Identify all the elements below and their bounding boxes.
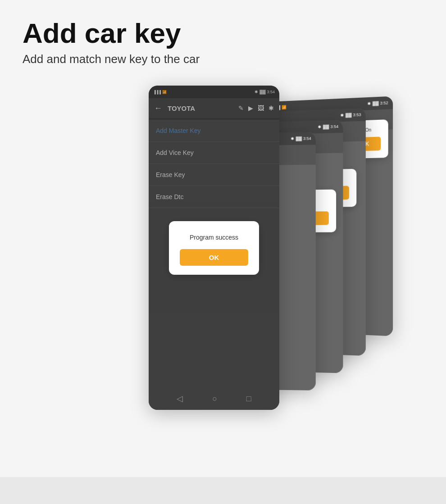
phone-1: ▐▐▐ 📶 ✱ ▓▓ 3:54 ← TOYOTA ✎ ▶ 🖼 ✱ (149, 86, 279, 410)
phone5-bt: ✱ (368, 101, 371, 106)
phone4-bt: ✱ (341, 113, 344, 118)
page-header: Add car key Add and match new key to the… (0, 0, 446, 75)
phone3-bt: ✱ (318, 125, 322, 129)
phone3-status-right: ✱ ▓▓ 3:54 (318, 124, 338, 129)
phone1-dialog-overlay: Program success OK (149, 86, 279, 410)
phones-container: ▐▐▐ 📶 ✱ ▓▓ 3:52 ▶ 🖼 ✱ on On OK (0, 86, 446, 477)
phone5-battery: ▓▓ (373, 101, 378, 106)
phone3-time: 3:54 (330, 124, 338, 129)
page-title: Add car key (23, 18, 423, 49)
phone5-time: 3:52 (380, 100, 388, 105)
phone4-time: 3:53 (353, 112, 361, 117)
page-subtitle: Add and match new key to the car (23, 52, 423, 66)
phone2-bt: ✱ (291, 136, 295, 141)
phone2-time: 3:54 (303, 136, 311, 141)
phone4-battery: ▓▓ (346, 113, 351, 118)
phone4-status-right: ✱ ▓▓ 3:53 (341, 112, 361, 118)
phone2-status-right: ✱ ▓▓ 3:54 (291, 136, 311, 141)
phone1-dialog-message: Program success (180, 234, 248, 241)
phone5-status-right: ✱ ▓▓ 3:52 (368, 100, 388, 106)
phone5-wifi: 📶 (282, 105, 287, 109)
footer-bar (0, 477, 446, 504)
phone2-battery: ▓▓ (296, 136, 302, 141)
phone3-battery: ▓▓ (323, 124, 329, 129)
phone1-dialog-ok-button[interactable]: OK (180, 249, 248, 266)
phone1-dialog-box: Program success OK (169, 221, 259, 275)
